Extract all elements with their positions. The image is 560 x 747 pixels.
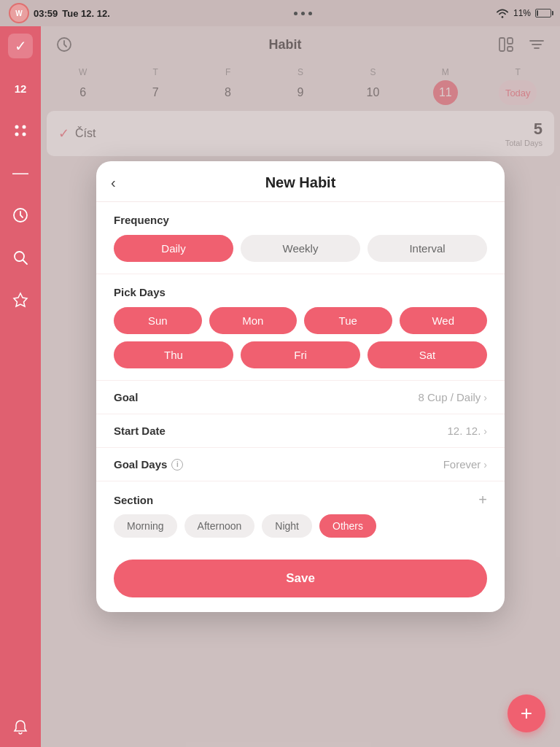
svg-marker-6 — [14, 293, 27, 306]
freq-daily-button[interactable]: Daily — [114, 235, 233, 262]
modal-overlay: ‹ New Habit Frequency Daily Weekly Inter… — [41, 26, 560, 747]
goal-label: Goal — [114, 391, 138, 403]
section-picker-header: Section + — [96, 481, 505, 514]
status-right: 11% — [496, 8, 551, 18]
sidebar-icon-dash[interactable]: — — [8, 160, 33, 185]
new-habit-modal: ‹ New Habit Frequency Daily Weekly Inter… — [96, 161, 505, 612]
goal-days-info-icon: i — [171, 459, 183, 471]
section-picker: Section + Morning Afternoon Night Others — [96, 481, 505, 549]
freq-interval-button[interactable]: Interval — [368, 235, 487, 262]
dot-1 — [294, 12, 298, 15]
add-habit-fab[interactable]: + — [508, 694, 545, 732]
save-button[interactable]: Save — [114, 560, 487, 597]
goal-value: 8 Cup / Daily › — [418, 391, 487, 403]
sidebar: ✓ 12 — — [0, 26, 41, 747]
chip-morning[interactable]: Morning — [114, 514, 177, 538]
status-bar: W 03:59 Tue 12. 12. 11% — [0, 0, 560, 26]
start-date-row[interactable]: Start Date 12. 12. › — [96, 414, 505, 448]
sidebar-icon-clock[interactable] — [8, 203, 33, 228]
day-sat-button[interactable]: Sat — [368, 341, 487, 368]
status-left: W 03:59 Tue 12. 12. — [9, 3, 110, 23]
freq-weekly-button[interactable]: Weekly — [241, 235, 360, 262]
battery-fill — [537, 10, 538, 16]
goal-days-row[interactable]: Goal Days i Forever › — [96, 448, 505, 481]
dot-3 — [308, 12, 312, 15]
svg-point-3 — [23, 133, 26, 136]
goal-chevron-icon: › — [483, 392, 487, 403]
day-sun-button[interactable]: Sun — [114, 307, 202, 334]
chip-night[interactable]: Night — [262, 514, 312, 538]
save-section: Save — [96, 549, 505, 612]
time: 03:59 — [34, 8, 58, 19]
sidebar-icon-grid[interactable] — [8, 118, 33, 143]
section-add-button[interactable]: + — [478, 492, 487, 508]
battery-icon — [535, 9, 551, 18]
frequency-label: Frequency — [114, 214, 487, 226]
sidebar-icon-calendar[interactable]: 12 — [8, 76, 33, 101]
start-date-chevron-icon: › — [483, 425, 487, 437]
start-date-text: 12. 12. — [447, 425, 481, 437]
day-wed-button[interactable]: Wed — [400, 307, 488, 334]
pick-days-label: Pick Days — [114, 286, 487, 298]
chip-afternoon[interactable]: Afternoon — [184, 514, 255, 538]
section-chips: Morning Afternoon Night Others — [96, 514, 505, 549]
sidebar-icon-badge[interactable] — [8, 287, 33, 312]
day-thu-button[interactable]: Thu — [114, 341, 233, 368]
svg-point-1 — [23, 125, 26, 129]
days-grid: Sun Mon Tue Wed Thu Fri Sat — [114, 307, 487, 368]
battery-percent: 11% — [513, 8, 531, 18]
day-mon-button[interactable]: Mon — [209, 307, 298, 334]
svg-point-0 — [15, 125, 19, 129]
sidebar-icon-search[interactable] — [8, 245, 33, 270]
goal-row[interactable]: Goal 8 Cup / Daily › — [96, 381, 505, 414]
modal-header: ‹ New Habit — [96, 161, 505, 202]
pick-days-section: Pick Days Sun Mon Tue Wed Thu Fri Sat — [96, 274, 505, 381]
section-label: Section — [114, 494, 153, 506]
status-dots — [294, 12, 312, 15]
day-tue-button[interactable]: Tue — [304, 307, 392, 334]
goal-days-value-text: Forever — [443, 458, 481, 471]
goal-days-label: Goal Days i — [114, 458, 183, 471]
day-fri-button[interactable]: Fri — [241, 341, 360, 368]
date: Tue 12. 12. — [62, 8, 110, 19]
frequency-buttons: Daily Weekly Interval — [114, 235, 487, 262]
chip-others[interactable]: Others — [319, 514, 376, 538]
frequency-section: Frequency Daily Weekly Interval — [96, 202, 505, 274]
goal-days-value: Forever › — [443, 458, 487, 471]
goal-days-text: Goal Days — [114, 458, 167, 471]
modal-back-button[interactable]: ‹ — [111, 174, 116, 191]
start-date-value: 12. 12. › — [447, 425, 487, 437]
svg-point-2 — [15, 133, 19, 136]
modal-title: New Habit — [111, 174, 490, 191]
start-date-label: Start Date — [114, 425, 166, 437]
sidebar-icon-bell[interactable] — [8, 715, 33, 740]
avatar: W — [9, 3, 29, 23]
dot-2 — [301, 12, 305, 15]
goal-days-chevron-icon: › — [483, 459, 487, 471]
wifi-icon — [496, 8, 509, 18]
main-area: Habit W 6 T — [41, 26, 560, 747]
goal-value-text: 8 Cup / Daily — [418, 391, 481, 403]
sidebar-icon-check[interactable]: ✓ — [8, 34, 33, 58]
